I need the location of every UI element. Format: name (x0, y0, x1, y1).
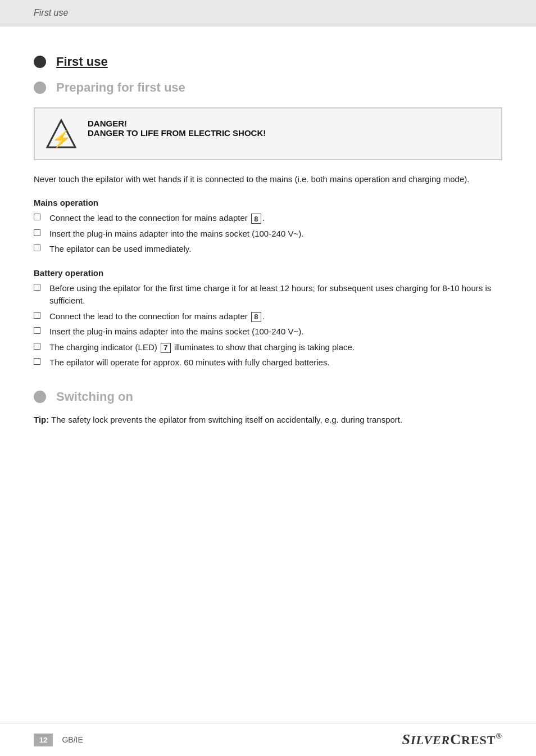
danger-box: ⚡ DANGER! DANGER TO LIFE FROM ELECTRIC S… (34, 107, 502, 160)
bullet-circle-first-use (34, 56, 46, 68)
list-item: Insert the plug-in mains adapter into th… (34, 228, 502, 241)
bullet-circle-preparing (34, 82, 46, 94)
switching-heading: Switching on (34, 390, 502, 404)
footer-left: 12 GB/IE (34, 734, 83, 746)
mains-item-2: Insert the plug-in mains adapter into th… (49, 228, 502, 241)
list-bullet (34, 214, 40, 220)
mains-item-1: Connect the lead to the connection for m… (49, 212, 502, 225)
list-bullet (34, 343, 40, 350)
logo-trademark: ® (496, 732, 502, 740)
list-bullet (34, 327, 40, 334)
list-item: The epilator can be used immediately. (34, 243, 502, 256)
battery-item-5: The epilator will operate for approx. 60… (49, 356, 502, 369)
list-item: Connect the lead to the connection for m… (34, 310, 502, 323)
danger-text: DANGER! DANGER TO LIFE FROM ELECTRIC SHO… (88, 119, 266, 138)
list-bullet (34, 245, 40, 251)
mains-item-3: The epilator can be used immediately. (49, 243, 502, 256)
list-item: The charging indicator (LED) 7 illuminat… (34, 341, 502, 354)
switching-title: Switching on (56, 390, 133, 404)
list-item: Connect the lead to the connection for m… (34, 212, 502, 225)
footer: 12 GB/IE SILVERCREST® (0, 723, 536, 756)
header-title: First use (34, 8, 68, 17)
tip-text: The safety lock prevents the epilator fr… (49, 415, 402, 424)
list-bullet (34, 284, 40, 291)
list-item: Insert the plug-in mains adapter into th… (34, 325, 502, 338)
battery-heading: Battery operation (34, 268, 502, 278)
first-use-heading: First use (34, 55, 502, 69)
footer-region: GB/IE (62, 735, 83, 744)
danger-line1: DANGER! (88, 119, 266, 128)
bullet-circle-switching (34, 391, 46, 403)
badge-8-mains1: 8 (251, 214, 261, 224)
preparing-heading: Preparing for first use (34, 80, 502, 95)
preparing-title: Preparing for first use (56, 80, 185, 95)
badge-7-batt4: 7 (161, 343, 171, 353)
battery-item-3: Insert the plug-in mains adapter into th… (49, 325, 502, 338)
battery-item-2: Connect the lead to the connection for m… (49, 310, 502, 323)
tip-paragraph: Tip: The safety lock prevents the epilat… (34, 413, 502, 426)
first-use-title: First use (56, 55, 108, 69)
battery-item-4: The charging indicator (LED) 7 illuminat… (49, 341, 502, 354)
mains-heading: Mains operation (34, 198, 502, 207)
danger-icon: ⚡ (46, 119, 76, 149)
page-number: 12 (34, 734, 53, 746)
header-bar: First use (0, 0, 536, 26)
danger-line2: DANGER TO LIFE FROM ELECTRIC SHOCK! (88, 128, 266, 138)
main-content: First use Preparing for first use ⚡ DANG… (0, 26, 536, 458)
logo-crest: CREST (450, 731, 496, 748)
intro-paragraph: Never touch the epilator with wet hands … (34, 173, 502, 185)
tip-bold-label: Tip: (34, 415, 49, 424)
svg-text:⚡: ⚡ (52, 130, 71, 148)
list-item: The epilator will operate for approx. 60… (34, 356, 502, 369)
silvercrest-logo: SILVERCREST® (402, 731, 502, 748)
battery-item-1: Before using the epilator for the first … (49, 282, 502, 307)
list-item: Before using the epilator for the first … (34, 282, 502, 307)
badge-8-batt2: 8 (251, 312, 261, 322)
list-bullet (34, 312, 40, 319)
logo-silver: SILVER (402, 731, 451, 748)
list-bullet (34, 229, 40, 236)
list-bullet (34, 358, 40, 365)
